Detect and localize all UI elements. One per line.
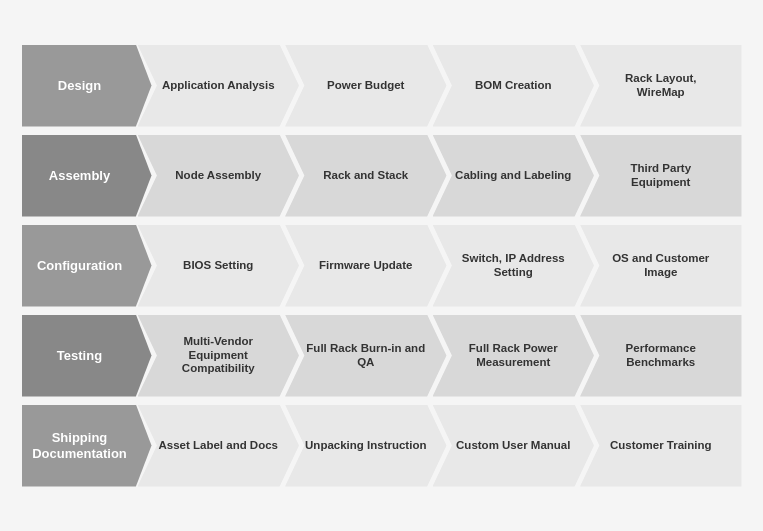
step-full-rack-power-measurement: Full Rack Power Measurement xyxy=(433,315,595,397)
step-rack-and-stack: Rack and Stack xyxy=(285,135,447,217)
label-design: Design xyxy=(22,45,152,127)
row-configuration: ConfigurationBIOS SettingFirmware Update… xyxy=(22,225,742,307)
row-design: DesignApplication AnalysisPower BudgetBO… xyxy=(22,45,742,127)
step-node-assembly: Node Assembly xyxy=(138,135,300,217)
step-unpacking-instruction: Unpacking Instruction xyxy=(285,405,447,487)
step-application-analysis: Application Analysis xyxy=(138,45,300,127)
step-os-and-customer-image: OS and Customer Image xyxy=(580,225,742,307)
step-asset-label-and-docs: Asset Label and Docs xyxy=(138,405,300,487)
step-performance-benchmarks: Performance Benchmarks xyxy=(580,315,742,397)
step-switch-ip-address-setting: Switch, IP Address Setting xyxy=(433,225,595,307)
row-assembly: AssemblyNode AssemblyRack and StackCabli… xyxy=(22,135,742,217)
label-configuration: Configuration xyxy=(22,225,152,307)
row-testing: TestingMulti-Vendor Equipment Compatibil… xyxy=(22,315,742,397)
step-third-party-equipment: Third Party Equipment xyxy=(580,135,742,217)
step-multi-vendor-equipment-compatibility: Multi-Vendor Equipment Compatibility xyxy=(138,315,300,397)
step-firmware-update: Firmware Update xyxy=(285,225,447,307)
label-testing: Testing xyxy=(22,315,152,397)
step-bios-setting: BIOS Setting xyxy=(138,225,300,307)
row-shipping-documentation: Shipping DocumentationAsset Label and Do… xyxy=(22,405,742,487)
step-full-rack-burn-in-and-qa: Full Rack Burn-in and QA xyxy=(285,315,447,397)
step-power-budget: Power Budget xyxy=(285,45,447,127)
step-rack-layout-wiremap: Rack Layout, WireMap xyxy=(580,45,742,127)
step-cabling-and-labeling: Cabling and Labeling xyxy=(433,135,595,217)
step-bom-creation: BOM Creation xyxy=(433,45,595,127)
label-assembly: Assembly xyxy=(22,135,152,217)
step-custom-user-manual: Custom User Manual xyxy=(433,405,595,487)
step-customer-training: Customer Training xyxy=(580,405,742,487)
process-diagram: DesignApplication AnalysisPower BudgetBO… xyxy=(12,35,752,497)
label-shipping-documentation: Shipping Documentation xyxy=(22,405,152,487)
